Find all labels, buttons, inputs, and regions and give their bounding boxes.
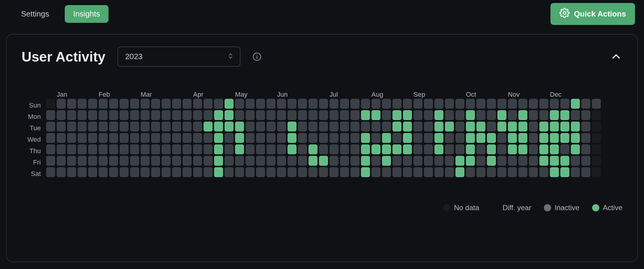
activity-cell[interactable]: [214, 144, 223, 154]
activity-cell[interactable]: [382, 167, 391, 177]
activity-cell[interactable]: [130, 122, 139, 131]
activity-cell[interactable]: [214, 167, 223, 177]
activity-cell[interactable]: [455, 110, 464, 120]
activity-cell[interactable]: [67, 167, 76, 177]
activity-cell[interactable]: [518, 156, 527, 166]
activity-cell[interactable]: [109, 110, 118, 120]
activity-cell[interactable]: [267, 144, 276, 154]
activity-cell[interactable]: [46, 133, 55, 143]
activity-cell[interactable]: [518, 110, 527, 120]
activity-cell[interactable]: [214, 133, 223, 143]
activity-cell[interactable]: [193, 144, 202, 154]
activity-cell[interactable]: [413, 110, 422, 120]
activity-cell[interactable]: [592, 144, 601, 154]
activity-cell[interactable]: [225, 122, 234, 131]
activity-cell[interactable]: [172, 144, 181, 154]
activity-cell[interactable]: [256, 144, 265, 154]
activity-cell[interactable]: [288, 156, 297, 166]
activity-cell[interactable]: [340, 133, 349, 143]
activity-cell[interactable]: [476, 144, 485, 154]
activity-cell[interactable]: [204, 110, 213, 120]
activity-cell[interactable]: [204, 167, 213, 177]
activity-cell[interactable]: [392, 144, 401, 154]
activity-cell[interactable]: [361, 156, 370, 166]
activity-cell[interactable]: [434, 144, 443, 154]
activity-cell[interactable]: [592, 167, 601, 177]
activity-cell[interactable]: [539, 110, 548, 120]
activity-cell[interactable]: [329, 144, 338, 154]
activity-cell[interactable]: [88, 167, 97, 177]
activity-cell[interactable]: [204, 133, 213, 143]
activity-cell[interactable]: [350, 122, 359, 131]
activity-cell[interactable]: [151, 133, 160, 143]
activity-cell[interactable]: [78, 110, 87, 120]
activity-cell[interactable]: [309, 144, 318, 154]
activity-cell[interactable]: [67, 122, 76, 131]
activity-cell[interactable]: [99, 99, 108, 109]
activity-cell[interactable]: [518, 133, 527, 143]
activity-cell[interactable]: [183, 156, 192, 166]
activity-cell[interactable]: [529, 133, 538, 143]
activity-cell[interactable]: [298, 99, 307, 109]
activity-cell[interactable]: [487, 144, 496, 154]
activity-cell[interactable]: [193, 156, 202, 166]
activity-cell[interactable]: [539, 144, 548, 154]
activity-cell[interactable]: [298, 110, 307, 120]
activity-cell[interactable]: [172, 156, 181, 166]
activity-cell[interactable]: [466, 110, 475, 120]
activity-cell[interactable]: [550, 110, 559, 120]
activity-cell[interactable]: [309, 156, 318, 166]
activity-cell[interactable]: [120, 144, 129, 154]
activity-cell[interactable]: [571, 122, 580, 131]
activity-cell[interactable]: [246, 99, 255, 109]
activity-cell[interactable]: [151, 167, 160, 177]
activity-cell[interactable]: [141, 133, 150, 143]
activity-cell[interactable]: [539, 133, 548, 143]
activity-cell[interactable]: [78, 122, 87, 131]
activity-cell[interactable]: [109, 144, 118, 154]
activity-cell[interactable]: [319, 122, 328, 131]
activity-cell[interactable]: [497, 110, 506, 120]
activity-cell[interactable]: [57, 110, 66, 120]
activity-cell[interactable]: [67, 99, 76, 109]
activity-cell[interactable]: [162, 144, 171, 154]
activity-cell[interactable]: [571, 110, 580, 120]
activity-cell[interactable]: [309, 122, 318, 131]
activity-cell[interactable]: [340, 167, 349, 177]
activity-cell[interactable]: [529, 156, 538, 166]
activity-cell[interactable]: [214, 156, 223, 166]
activity-cell[interactable]: [571, 99, 580, 109]
activity-cell[interactable]: [403, 133, 412, 143]
activity-cell[interactable]: [581, 99, 590, 109]
activity-cell[interactable]: [497, 122, 506, 131]
activity-cell[interactable]: [487, 133, 496, 143]
activity-cell[interactable]: [508, 99, 517, 109]
activity-cell[interactable]: [277, 122, 286, 131]
activity-cell[interactable]: [67, 110, 76, 120]
activity-cell[interactable]: [120, 110, 129, 120]
activity-cell[interactable]: [57, 99, 66, 109]
activity-cell[interactable]: [172, 133, 181, 143]
activity-cell[interactable]: [277, 99, 286, 109]
activity-cell[interactable]: [256, 122, 265, 131]
activity-cell[interactable]: [497, 99, 506, 109]
activity-cell[interactable]: [225, 110, 234, 120]
activity-cell[interactable]: [172, 167, 181, 177]
activity-cell[interactable]: [309, 133, 318, 143]
activity-cell[interactable]: [78, 144, 87, 154]
activity-cell[interactable]: [445, 156, 454, 166]
activity-cell[interactable]: [235, 133, 244, 143]
activity-cell[interactable]: [141, 122, 150, 131]
activity-cell[interactable]: [256, 167, 265, 177]
activity-cell[interactable]: [246, 167, 255, 177]
activity-cell[interactable]: [277, 144, 286, 154]
activity-cell[interactable]: [560, 144, 569, 154]
activity-cell[interactable]: [581, 110, 590, 120]
activity-cell[interactable]: [88, 110, 97, 120]
activity-cell[interactable]: [466, 99, 475, 109]
activity-cell[interactable]: [57, 133, 66, 143]
activity-cell[interactable]: [183, 144, 192, 154]
activity-cell[interactable]: [371, 110, 380, 120]
activity-cell[interactable]: [476, 167, 485, 177]
activity-cell[interactable]: [288, 144, 297, 154]
